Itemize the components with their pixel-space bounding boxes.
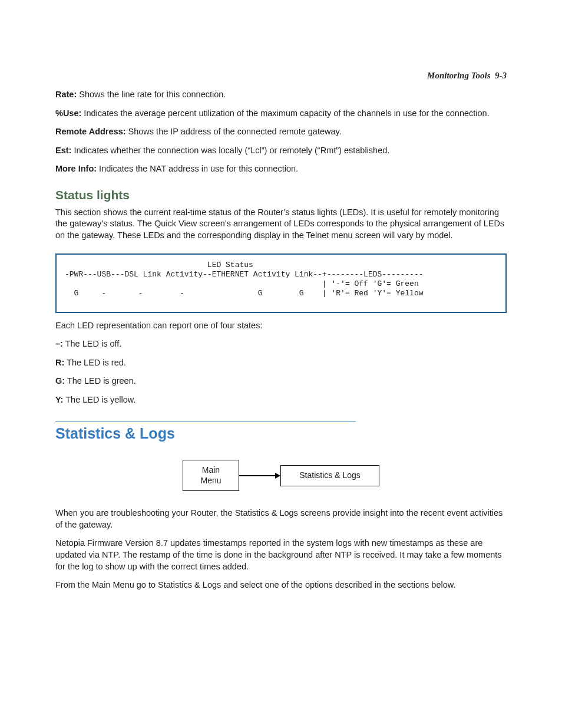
led-state-yellow-text: The LED is yellow. xyxy=(63,395,135,404)
statistics-logs-heading: Statistics & Logs xyxy=(55,425,507,442)
def-more-info: More Info: Indicates the NAT address in … xyxy=(55,163,507,175)
led-state-off-label: –: xyxy=(55,339,63,348)
nav-to: Statistics & Logs xyxy=(299,470,361,480)
led-state-red: R: The LED is red. xyxy=(55,357,507,369)
led-states-intro: Each LED representation can report one o… xyxy=(55,320,507,332)
def-moreinfo-label: More Info: xyxy=(55,164,97,173)
nav-box-stats-logs: Statistics & Logs xyxy=(280,465,379,486)
led-state-yellow: Y: The LED is yellow. xyxy=(55,394,507,406)
def-moreinfo-text: Indicates the NAT address in use for thi… xyxy=(97,164,298,173)
def-est: Est: Indicates whether the connection wa… xyxy=(55,145,507,157)
status-lights-para: This section shows the current real-time… xyxy=(55,207,507,242)
led-state-green-label: G: xyxy=(55,376,65,386)
stats-logs-para3: From the Main Menu go to Statistics & Lo… xyxy=(55,579,507,591)
arrow-icon xyxy=(239,470,280,482)
def-est-text: Indicates whether the connection was loc… xyxy=(71,146,389,155)
led-state-green: G: The LED is green. xyxy=(55,375,507,387)
header-title: Monitoring Tools xyxy=(427,71,490,80)
nav-diagram: Main Menu Statistics & Logs xyxy=(55,460,507,491)
section-divider xyxy=(55,421,356,421)
page-header: Monitoring Tools 9-3 xyxy=(55,71,507,81)
nav-from-line2: Menu xyxy=(200,476,221,485)
led-status-box: LED Status -PWR---USB---DSL Link Activit… xyxy=(55,253,507,313)
stats-logs-para1: When you are troubleshooting your Router… xyxy=(55,508,507,531)
def-use: %Use: Indicates the average percent util… xyxy=(55,108,507,120)
led-state-off: –: The LED is off. xyxy=(55,338,507,350)
header-page: 9-3 xyxy=(495,71,507,80)
def-remote-address: Remote Address: Shows the IP address of … xyxy=(55,126,507,138)
led-state-red-text: The LED is red. xyxy=(64,358,126,367)
def-remaddr-text: Shows the IP address of the connected re… xyxy=(126,127,342,136)
led-state-red-label: R: xyxy=(55,358,64,367)
def-rate-label: Rate: xyxy=(55,90,77,99)
led-state-off-text: The LED is off. xyxy=(63,339,121,348)
def-use-text: Indicates the average percent utilizatio… xyxy=(81,108,489,118)
status-lights-heading: Status lights xyxy=(55,188,507,202)
led-state-green-text: The LED is green. xyxy=(65,376,136,386)
nav-from-line1: Main xyxy=(202,465,220,475)
def-remaddr-label: Remote Address: xyxy=(55,127,126,136)
stats-logs-para2: Netopia Firmware Version 8.7 updates tim… xyxy=(55,538,507,572)
def-rate: Rate: Shows the line rate for this conne… xyxy=(55,89,507,101)
nav-box-main-menu: Main Menu xyxy=(183,460,239,491)
def-rate-text: Shows the line rate for this connection. xyxy=(77,90,226,99)
led-state-yellow-label: Y: xyxy=(55,395,63,404)
def-est-label: Est: xyxy=(55,146,71,155)
def-use-label: %Use: xyxy=(55,108,81,118)
